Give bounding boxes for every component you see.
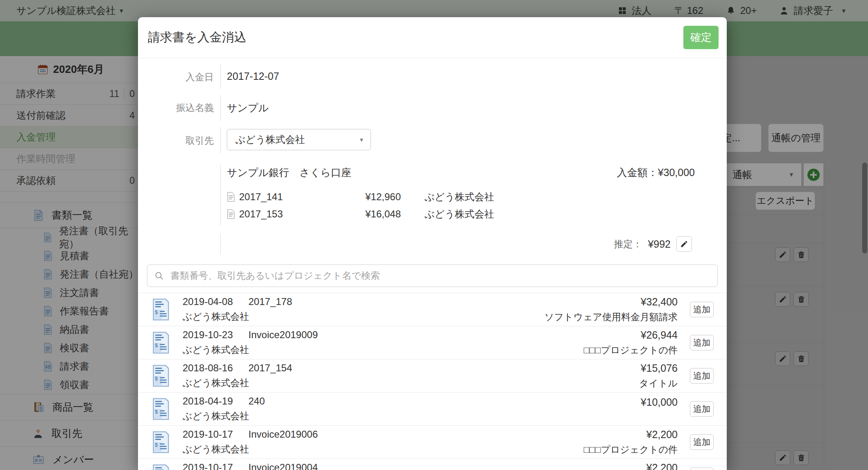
invoice-subject: □□□プロジェクトの件 xyxy=(584,443,678,456)
search-input[interactable] xyxy=(147,264,718,287)
invoice-client: ぶどう株式会社 xyxy=(183,377,292,389)
date-value[interactable]: 2017-12-07 xyxy=(220,64,727,89)
payment-detail-block: サンプル銀行 さくら口座 入金額：¥30,000 2017_141 ¥12,96… xyxy=(220,164,727,226)
invoice-client: ぶどう株式会社 xyxy=(183,310,292,323)
svg-text:$: $ xyxy=(155,409,158,415)
invoice-amount: ¥15,076 xyxy=(641,362,678,374)
invoice-meta: ¥32,400 ソフトウェア使用料金月額請求 xyxy=(545,296,678,323)
applied-invoice-row: 2017_141 ¥12,960 ぶどう株式会社 xyxy=(227,188,727,206)
edit-estimate-button[interactable] xyxy=(676,236,692,252)
invoice-icon: $ xyxy=(151,431,170,454)
client-select-value: ぶどう株式会社 xyxy=(235,133,305,146)
invoice-main: 2018-04-19240 ぶどう株式会社 xyxy=(183,395,265,423)
modal-header: 請求書を入金消込 確定 xyxy=(138,17,727,58)
add-invoice-button[interactable]: 追加 xyxy=(690,401,714,417)
estimate-label: 推定： xyxy=(614,238,642,251)
estimate-row: 推定： ¥992 xyxy=(220,233,727,255)
deposit-amount: 入金額：¥30,000 xyxy=(617,166,727,179)
invoice-client: ぶどう株式会社 xyxy=(425,190,494,203)
list-item: $ 2019-04-082017_178 ぶどう株式会社 ¥32,400 ソフト… xyxy=(138,293,727,326)
invoice-client: ぶどう株式会社 xyxy=(425,208,494,221)
add-invoice-button[interactable]: 追加 xyxy=(690,302,714,317)
invoice-amount: ¥10,000 xyxy=(641,396,678,408)
invoice-meta: ¥26,944 □□□プロジェクトの件 xyxy=(584,329,678,357)
client-label: 取引先 xyxy=(138,127,220,154)
list-item: $ 2019-10-17Invoice2019004 ぶどう株式会社 ¥2,20… xyxy=(138,459,727,470)
invoice-meta: ¥2,200 □□□プロジェクトの件 xyxy=(584,429,678,456)
invoice-search xyxy=(147,264,718,287)
invoice-subject: タイトル xyxy=(639,377,678,390)
invoice-number: Invoice2019004 xyxy=(249,462,318,470)
invoice-icon: $ xyxy=(151,298,170,321)
invoice-amount: ¥2,200 xyxy=(646,462,678,470)
scrollbar-thumb[interactable] xyxy=(862,163,867,253)
invoice-client: ぶどう株式会社 xyxy=(183,343,318,356)
list-item: $ 2018-04-19240 ぶどう株式会社 ¥10,000 追加 xyxy=(138,393,727,426)
list-item: $ 2019-10-23Invoice2019009 ぶどう株式会社 ¥26,9… xyxy=(138,326,727,359)
invoice-date: 2018-08-16 xyxy=(183,362,233,374)
invoice-meta: ¥2,200 □□□プロジェクトの件 xyxy=(584,462,678,470)
invoice-date: 2019-10-17 xyxy=(183,429,233,440)
confirm-button[interactable]: 確定 xyxy=(683,26,719,49)
invoice-date: 2019-10-23 xyxy=(183,329,233,341)
invoice-number: 2017_178 xyxy=(249,296,292,307)
form-row-client: 取引先 ぶどう株式会社 ▾ xyxy=(138,127,727,154)
invoice-number: 240 xyxy=(249,395,265,407)
invoice-amount: ¥16,048 xyxy=(301,208,401,220)
invoice-date: 2019-10-17 xyxy=(183,462,233,470)
svg-text:$: $ xyxy=(155,310,158,316)
invoice-number: 2017_141 xyxy=(239,191,301,203)
invoice-icon: $ xyxy=(151,464,170,470)
invoice-number: Invoice2019006 xyxy=(249,429,318,440)
invoice-date: 2019-04-08 xyxy=(183,296,233,307)
modal-title: 請求書を入金消込 xyxy=(148,29,246,46)
invoice-client: ぶどう株式会社 xyxy=(183,443,318,456)
date-label: 入金日 xyxy=(138,64,220,89)
invoice-client: ぶどう株式会社 xyxy=(183,410,265,423)
bank-row: サンプル銀行 さくら口座 入金額：¥30,000 xyxy=(227,166,727,179)
invoice-number: 2017_153 xyxy=(239,208,301,220)
invoice-icon: $ xyxy=(151,364,170,387)
invoice-candidate-list: $ 2019-04-082017_178 ぶどう株式会社 ¥32,400 ソフト… xyxy=(138,293,727,470)
invoice-main: 2019-10-23Invoice2019009 ぶどう株式会社 xyxy=(183,329,318,356)
invoice-number: 2017_154 xyxy=(249,362,292,374)
invoice-amount: ¥2,200 xyxy=(646,429,678,441)
svg-text:$: $ xyxy=(155,443,158,448)
invoice-meta: ¥15,076 タイトル xyxy=(639,362,678,390)
invoice-icon: $ xyxy=(151,331,170,354)
form-row-payer: 振込名義 サンプル xyxy=(138,95,727,121)
invoice-number: Invoice2019009 xyxy=(249,329,318,341)
list-item: $ 2018-08-162017_154 ぶどう株式会社 ¥15,076 タイト… xyxy=(138,359,727,393)
invoice-icon: $ xyxy=(151,398,170,420)
client-select[interactable]: ぶどう株式会社 ▾ xyxy=(227,129,371,150)
invoice-amount: ¥26,944 xyxy=(641,329,678,341)
invoice-subject: □□□プロジェクトの件 xyxy=(584,344,678,357)
chevron-down-icon: ▾ xyxy=(360,136,363,144)
estimate-value: ¥992 xyxy=(648,238,671,250)
pencil-icon xyxy=(680,240,688,248)
invoice-meta: ¥10,000 xyxy=(641,396,678,422)
svg-text:$: $ xyxy=(155,376,158,382)
invoice-amount: ¥12,960 xyxy=(301,191,401,203)
invoice-amount: ¥32,400 xyxy=(641,296,678,308)
payment-reconcile-modal: 請求書を入金消込 確定 入金日 2017-12-07 振込名義 サンプル 取引先… xyxy=(138,17,727,470)
invoice-main: 2019-10-17Invoice2019004 ぶどう株式会社 xyxy=(183,462,318,470)
add-invoice-button[interactable]: 追加 xyxy=(690,434,714,450)
payer-label: 振込名義 xyxy=(138,95,220,121)
svg-text:$: $ xyxy=(155,343,158,349)
invoice-main: 2019-04-082017_178 ぶどう株式会社 xyxy=(183,296,292,323)
invoice-date: 2018-04-19 xyxy=(183,395,233,407)
invoice-main: 2019-10-17Invoice2019006 ぶどう株式会社 xyxy=(183,429,318,456)
applied-invoice-row: 2017_153 ¥16,048 ぶどう株式会社 xyxy=(227,206,727,223)
add-invoice-button[interactable]: 追加 xyxy=(690,368,714,384)
payer-value: サンプル xyxy=(220,95,727,121)
search-icon xyxy=(154,271,164,281)
bank-account-label: サンプル銀行 さくら口座 xyxy=(227,166,351,179)
document-icon xyxy=(227,209,235,219)
add-invoice-button[interactable]: 追加 xyxy=(690,335,714,350)
add-invoice-button[interactable]: 追加 xyxy=(690,468,714,470)
client-select-wrap: ぶどう株式会社 ▾ xyxy=(220,127,727,154)
invoice-subject: ソフトウェア使用料金月額請求 xyxy=(545,311,678,323)
form-row-date: 入金日 2017-12-07 xyxy=(138,64,727,89)
list-item: $ 2019-10-17Invoice2019006 ぶどう株式会社 ¥2,20… xyxy=(138,426,727,459)
